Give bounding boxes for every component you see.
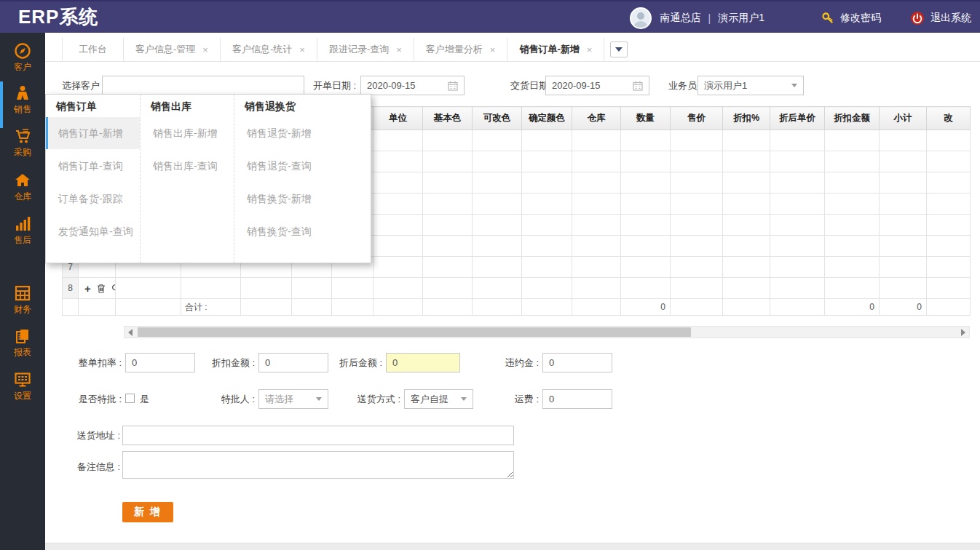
topbar: ERP系统 南通总店 | 演示用户1 修改密码 xyxy=(0,0,980,33)
delete-row-icon[interactable] xyxy=(97,284,106,293)
bottom-scroll-strip[interactable] xyxy=(45,543,980,550)
store-name: 南通总店 xyxy=(660,12,701,25)
tab-list-dropdown-button[interactable] xyxy=(610,41,628,57)
remarks-label: 备注信息 : xyxy=(55,457,120,477)
sidebar-item-finance[interactable]: 财务 xyxy=(0,284,45,322)
discount-rate-input[interactable] xyxy=(132,354,189,371)
close-icon[interactable]: × xyxy=(396,44,402,55)
salesman-select[interactable]: 演示用户1 xyxy=(698,76,804,95)
special-approve-checkbox[interactable] xyxy=(125,394,135,403)
tab-workbench[interactable]: 工作台 xyxy=(62,38,124,61)
total-label: 合计 : xyxy=(181,299,241,316)
sidebar-item-warehouse[interactable]: 仓库 xyxy=(0,172,45,210)
menu-item-return-query[interactable]: 销售退货-查询 xyxy=(234,150,372,182)
calendar-icon xyxy=(448,81,458,91)
special-approve-yes-label: 是 xyxy=(140,389,149,409)
discount-amount-label: 折扣金额 : xyxy=(189,353,255,372)
chevron-down-icon xyxy=(316,397,322,401)
chevron-down-icon xyxy=(461,397,467,401)
total-quantity: 0 xyxy=(621,299,671,316)
menu-item-exchange-query[interactable]: 销售换货-查询 xyxy=(234,215,372,247)
menu-item-outbound-query[interactable]: 销售出库-查询 xyxy=(141,150,234,182)
key-icon xyxy=(821,12,834,25)
sidebar-item-reports[interactable]: 报表 xyxy=(0,327,45,365)
menu-item-outbound-new[interactable]: 销售出库-新增 xyxy=(141,117,234,149)
tabbar: 工作台 客户信息-管理 × 客户信息-统计 × 跟进记录-查询 × 客户增量分析… xyxy=(45,38,980,62)
calendar-icon xyxy=(633,81,643,91)
discount-rate-label: 整单扣率 : xyxy=(56,353,122,372)
grid-horizontal-scrollbar[interactable] xyxy=(124,326,970,338)
grid-header-15: 折后单价 xyxy=(770,107,825,130)
total-subtotal: 0 xyxy=(880,299,927,316)
discount-amount-input[interactable] xyxy=(265,354,322,371)
monitor-icon xyxy=(14,371,31,388)
app-logo: ERP系统 xyxy=(18,4,98,30)
close-icon[interactable]: × xyxy=(587,44,593,55)
grid-header-13: 售价 xyxy=(671,107,723,130)
search-row-icon[interactable] xyxy=(111,284,116,292)
home-icon xyxy=(14,172,31,189)
chevron-down-icon xyxy=(791,84,797,87)
grid-header-10: 确定颜色 xyxy=(522,107,572,130)
order-date-label: 开单日期 : xyxy=(313,76,356,95)
menu-column-sales-returns: 销售退换货 销售退货-新增 销售退货-查询 销售换货-新增 销售换货-查询 xyxy=(234,95,372,263)
grid-header-11: 仓库 xyxy=(572,107,621,130)
address-label: 送货地址 : xyxy=(55,426,120,445)
delivery-date-input[interactable]: 2020-09-15 xyxy=(545,76,649,95)
sidebar-item-aftersales[interactable]: 售后 xyxy=(0,215,45,253)
tab-followup-query[interactable]: 跟进记录-查询 × xyxy=(317,38,414,61)
tab-customer-growth[interactable]: 客户增量分析 × xyxy=(414,38,508,61)
menu-item-order-stock-track[interactable]: 订单备货-跟踪 xyxy=(46,183,140,215)
close-icon[interactable]: × xyxy=(202,44,208,55)
scroll-right-arrow[interactable] xyxy=(957,327,969,338)
menu-item-return-new[interactable]: 销售退货-新增 xyxy=(234,117,372,149)
customer-label: 选择客户 : xyxy=(62,76,105,95)
discounted-total-input[interactable] xyxy=(392,354,454,371)
menu-column-sales-order: 销售订单 销售订单-新增 销售订单-查询 订单备货-跟踪 发货通知单-查询 xyxy=(46,95,141,263)
approver-label: 特批人 : xyxy=(189,389,255,409)
delivery-method-label: 送货方式 : xyxy=(335,389,400,409)
menu-item-exchange-new[interactable]: 销售换货-新增 xyxy=(234,183,372,215)
change-password-button[interactable]: 修改密码 xyxy=(821,12,881,25)
user-avatar[interactable] xyxy=(630,7,652,29)
total-discount-amount: 0 xyxy=(825,299,880,316)
penalty-input[interactable] xyxy=(549,354,606,371)
add-row-icon[interactable]: + xyxy=(84,283,91,294)
address-input[interactable] xyxy=(129,427,507,444)
grid-header-8: 基本色 xyxy=(423,107,473,130)
submit-new-order-button[interactable]: 新 增 xyxy=(122,502,173,522)
sidebar-item-sales[interactable]: 销售 xyxy=(0,84,45,122)
avatar-person-icon xyxy=(631,9,650,28)
freight-label: 运费 : xyxy=(473,389,539,409)
penalty-wrap xyxy=(542,353,612,372)
logout-button[interactable]: 退出系统 xyxy=(910,11,971,25)
customer-input[interactable] xyxy=(108,77,298,94)
sidebar-item-settings[interactable]: 设置 xyxy=(0,371,45,409)
sidebar: 客户 销售 采购 仓库 xyxy=(0,33,45,550)
menu-item-sales-order-new[interactable]: 销售订单-新增 xyxy=(46,117,140,149)
approver-select[interactable]: 请选择 xyxy=(258,389,328,409)
order-date-input[interactable]: 2020-09-15 xyxy=(360,76,465,95)
close-icon[interactable]: × xyxy=(490,44,496,55)
freight-input[interactable] xyxy=(549,391,606,407)
menu-item-shipping-notice-query[interactable]: 发货通知单-查询 xyxy=(46,215,140,247)
current-user: 演示用户1 xyxy=(718,12,764,25)
close-icon[interactable]: × xyxy=(299,44,305,55)
customer-input-wrap xyxy=(102,76,304,95)
sales-person-icon xyxy=(14,84,31,102)
tab-sales-order-new[interactable]: 销售订单-新增 × xyxy=(507,38,604,61)
tab-customer-stats[interactable]: 客户信息-统计 × xyxy=(221,38,317,61)
sidebar-item-purchase[interactable]: 采购 xyxy=(0,127,45,165)
sidebar-item-customer[interactable]: 客户 xyxy=(0,42,45,80)
delivery-method-select[interactable]: 客户自提 xyxy=(404,389,473,409)
tab-customer-manage[interactable]: 客户信息-管理 × xyxy=(124,38,221,61)
menu-item-sales-order-query[interactable]: 销售订单-查询 xyxy=(46,150,140,182)
topbar-right: 南通总店 | 演示用户1 修改密码 xyxy=(630,1,971,34)
scrollbar-thumb[interactable] xyxy=(138,327,691,337)
address-wrap xyxy=(122,426,514,445)
scroll-left-arrow[interactable] xyxy=(125,327,136,338)
remarks-textarea[interactable] xyxy=(122,451,514,479)
penalty-label: 违约金 : xyxy=(473,353,539,372)
discounted-total-wrap xyxy=(386,353,460,372)
freight-wrap xyxy=(542,389,612,409)
